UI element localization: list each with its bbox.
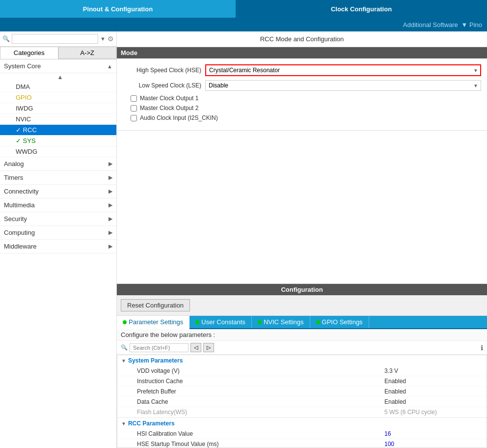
- tab-dot-nvic: [258, 320, 262, 324]
- system-params-chevron: ▼: [121, 358, 126, 364]
- lse-row: Low Speed Clock (LSE) Disable BYPASS Clo…: [123, 80, 481, 91]
- master-clock-output-2-label: Master Clock Output 2: [140, 105, 198, 112]
- nav-next-button[interactable]: ▷: [203, 343, 214, 352]
- analog-chevron: ▶: [108, 161, 112, 167]
- mode-section-header: Mode: [117, 47, 487, 58]
- lse-select[interactable]: Disable BYPASS Clock Source Crystal/Cera…: [205, 80, 481, 91]
- param-flash-latency: Flash Latency(WS) 5 WS (6 CPU cycle): [117, 407, 487, 418]
- chevron-down-icon: ▼: [100, 36, 106, 42]
- sub-header-left: [0, 18, 236, 31]
- tab-dot-params: [123, 320, 127, 324]
- configuration-header: Configuration: [117, 284, 487, 295]
- hse-row: High Speed Clock (HSE) Crystal/Ceramic R…: [123, 64, 481, 76]
- pinout-header: Pinout & Configuration: [0, 0, 236, 18]
- lse-select-wrapper: Disable BYPASS Clock Source Crystal/Cera…: [205, 80, 481, 91]
- system-core-chevron: ▲: [107, 63, 112, 69]
- audio-clock-input-row: Audio Clock Input (I2S_CKIN): [123, 114, 481, 121]
- param-prefetch-buffer: Prefetch Buffer Enabled: [117, 387, 487, 397]
- param-data-cache: Data Cache Enabled: [117, 397, 487, 407]
- section-security[interactable]: Security ▶: [0, 212, 116, 226]
- mode-spacer: [117, 131, 487, 284]
- system-parameters-header[interactable]: ▼ System Parameters: [117, 355, 487, 366]
- reset-bar: Reset Configuration: [117, 295, 487, 316]
- clock-config-header: Clock Configuration: [236, 0, 487, 18]
- sidebar-item-iwdg[interactable]: IWDG: [0, 103, 116, 114]
- mode-content: High Speed Clock (HSE) Crystal/Ceramic R…: [117, 58, 487, 131]
- params-search-bar: 🔍 ◁ ▷ ℹ: [117, 341, 487, 355]
- sidebar-tabs: Categories A->Z: [0, 47, 116, 59]
- tab-dot-gpio: [316, 320, 320, 324]
- sidebar-item-rcc[interactable]: ✓ RCC: [0, 125, 116, 136]
- sidebar: 🔍 ▼ ⚙ Categories A->Z System Core ▲ ▲ DM…: [0, 31, 117, 448]
- section-system-core[interactable]: System Core ▲: [0, 59, 116, 73]
- section-analog[interactable]: Analog ▶: [0, 157, 116, 171]
- computing-chevron: ▶: [108, 229, 112, 236]
- rcc-params-chevron: ▼: [121, 421, 126, 426]
- hse-select[interactable]: Crystal/Ceramic Resonator Disable BYPASS…: [205, 64, 481, 76]
- search-input[interactable]: [12, 34, 98, 44]
- tab-dot-user: [195, 320, 199, 324]
- main-content: RCC Mode and Configuration Mode High Spe…: [117, 31, 487, 448]
- config-tabs: Parameter Settings User Constants NVIC S…: [117, 316, 487, 329]
- master-clock-output-2-checkbox[interactable]: [131, 105, 137, 112]
- search-bar: 🔍 ▼ ⚙: [0, 31, 116, 47]
- master-clock-output-1-row: Master Clock Output 1: [123, 95, 481, 102]
- master-clock-output-1-checkbox[interactable]: [131, 95, 137, 102]
- sub-header-right: Additional Software ▼ Pino: [236, 18, 487, 31]
- rcc-parameters-group: ▼ RCC Parameters HSI Calibration Value 1…: [117, 418, 487, 448]
- gear-icon[interactable]: ⚙: [108, 35, 114, 43]
- system-core-items: DMA GPIO IWDG NVIC ✓ RCC ✓ SYS WWDG: [0, 82, 116, 157]
- rcc-title: RCC Mode and Configuration: [117, 31, 487, 47]
- master-clock-output-1-label: Master Clock Output 1: [140, 95, 198, 102]
- tab-parameter-settings[interactable]: Parameter Settings: [117, 316, 189, 329]
- timers-chevron: ▶: [108, 174, 112, 181]
- params-search-input[interactable]: [130, 343, 189, 352]
- rcc-parameters-header[interactable]: ▼ RCC Parameters: [117, 418, 487, 429]
- tab-user-constants[interactable]: User Constants: [189, 316, 252, 328]
- tab-az[interactable]: A->Z: [58, 47, 117, 59]
- system-parameters-group: ▼ System Parameters VDD voltage (V) 3.3 …: [117, 355, 487, 418]
- sidebar-content: System Core ▲ ▲ DMA GPIO IWDG NVIC ✓ RCC…: [0, 59, 116, 448]
- section-middleware[interactable]: Middleware ▶: [0, 240, 116, 253]
- sidebar-item-sys[interactable]: ✓ SYS: [0, 136, 116, 146]
- param-hsi-calibration: HSI Calibration Value 16: [117, 429, 487, 439]
- section-multimedia[interactable]: Multimedia ▶: [0, 198, 116, 212]
- multimedia-chevron: ▶: [108, 202, 112, 208]
- params-area: ▼ System Parameters VDD voltage (V) 3.3 …: [117, 355, 487, 448]
- sidebar-item-gpio[interactable]: GPIO: [0, 92, 116, 103]
- master-clock-output-2-row: Master Clock Output 2: [123, 105, 481, 112]
- hse-label: High Speed Clock (HSE): [123, 67, 201, 74]
- connectivity-chevron: ▶: [108, 188, 112, 195]
- tab-gpio-settings[interactable]: GPIO Settings: [310, 316, 369, 328]
- tab-categories[interactable]: Categories: [0, 47, 58, 59]
- audio-clock-input-label: Audio Clock Input (I2S_CKIN): [140, 114, 218, 121]
- search-icon: 🔍: [2, 35, 10, 42]
- expand-indicator: ▲: [57, 74, 63, 81]
- section-timers[interactable]: Timers ▶: [0, 171, 116, 185]
- param-hse-startup: HSE Startup Timout Value (ms) 100: [117, 439, 487, 448]
- configuration-content: Reset Configuration Parameter Settings U…: [117, 295, 487, 448]
- info-icon[interactable]: ℹ: [481, 344, 483, 352]
- system-core-label: System Core: [4, 62, 41, 70]
- tab-nvic-settings[interactable]: NVIC Settings: [252, 316, 310, 328]
- reset-configuration-button[interactable]: Reset Configuration: [121, 299, 190, 311]
- nav-prev-button[interactable]: ◁: [190, 343, 201, 352]
- param-instruction-cache: Instruction Cache Enabled: [117, 376, 487, 387]
- section-computing[interactable]: Computing ▶: [0, 226, 116, 240]
- section-connectivity[interactable]: Connectivity ▶: [0, 185, 116, 198]
- sidebar-item-nvic[interactable]: NVIC: [0, 114, 116, 125]
- middleware-chevron: ▶: [108, 243, 112, 250]
- sidebar-item-wwdg[interactable]: WWDG: [0, 146, 116, 157]
- audio-clock-input-checkbox[interactable]: [131, 115, 137, 121]
- params-search-icon: 🔍: [121, 344, 128, 351]
- security-chevron: ▶: [108, 216, 112, 222]
- lse-label: Low Speed Clock (LSE): [123, 82, 201, 89]
- hse-select-wrapper: Crystal/Ceramic Resonator Disable BYPASS…: [205, 64, 481, 76]
- sidebar-item-dma[interactable]: DMA: [0, 82, 116, 92]
- param-vdd-voltage: VDD voltage (V) 3.3 V: [117, 366, 487, 376]
- params-info-bar: Configure the below parameters :: [117, 329, 487, 341]
